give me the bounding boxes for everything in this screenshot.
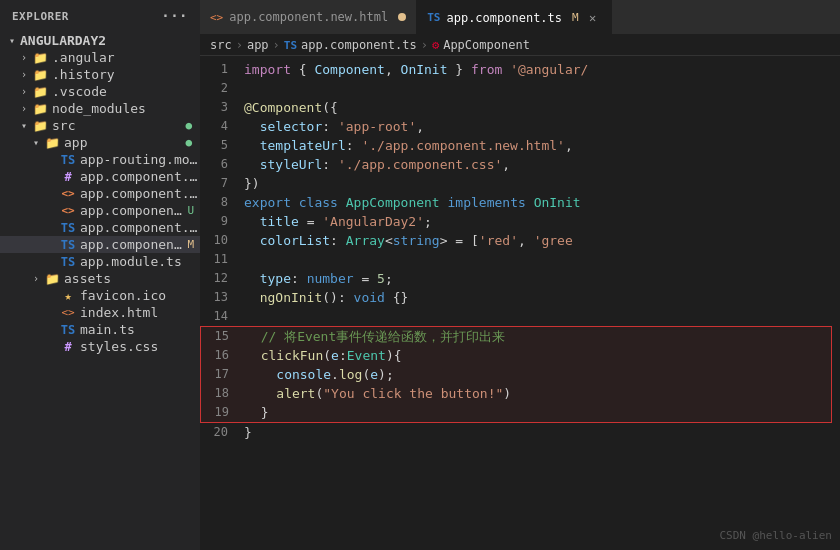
breadcrumb-sep1: › [236, 38, 243, 52]
html-icon: <> [60, 187, 76, 200]
code-content-19: } [241, 403, 831, 422]
code-line-18: 18 alert("You click the button!") [201, 384, 831, 403]
sidebar-item-app-new-html[interactable]: <> app.component.new.html U [0, 202, 200, 219]
root-folder-item[interactable]: ▾ ANGULARDAY2 [0, 32, 200, 49]
app-new-html-label: app.component.new.html [80, 203, 187, 218]
root-arrow: ▾ [4, 35, 20, 46]
tab-close-button[interactable]: ✕ [585, 10, 601, 26]
line-num-9: 9 [200, 212, 240, 231]
code-line-3: 3 @Component({ [200, 98, 840, 117]
line-num-2: 2 [200, 79, 240, 98]
line-num-20: 20 [200, 423, 240, 442]
ts-icon: TS [60, 238, 76, 252]
sidebar-item-node-modules[interactable]: › 📁 node_modules [0, 100, 200, 117]
code-content-9: title = 'AngularDay2'; [240, 212, 840, 231]
code-content-14 [240, 307, 840, 326]
star-icon: ★ [60, 289, 76, 303]
line-num-15: 15 [201, 327, 241, 346]
line-num-6: 6 [200, 155, 240, 174]
sidebar-item-app-css[interactable]: # app.component.css [0, 168, 200, 185]
code-content-16: clickFun(e:Event){ [241, 346, 831, 365]
code-content-11 [240, 250, 840, 269]
app-css-label: app.component.css [80, 169, 200, 184]
sidebar-item-favicon[interactable]: ★ favicon.ico [0, 287, 200, 304]
code-line-13: 13 ngOnInit(): void {} [200, 288, 840, 307]
watermark: CSDN @hello-alien [719, 529, 832, 542]
angular-label: .angular [52, 50, 200, 65]
code-content-3: @Component({ [240, 98, 840, 117]
sidebar-item-angular[interactable]: › 📁 .angular [0, 49, 200, 66]
sidebar-item-app-module[interactable]: TS app.module.ts [0, 253, 200, 270]
sidebar-item-app-routing[interactable]: TS app-routing.module.ts [0, 151, 200, 168]
app-routing-label: app-routing.module.ts [80, 152, 200, 167]
code-editor[interactable]: 1 import { Component, OnInit } from '@an… [200, 56, 840, 550]
more-icon[interactable]: ··· [161, 8, 188, 24]
code-line-5: 5 templateUrl: './app.component.new.html… [200, 136, 840, 155]
sidebar-item-history[interactable]: › 📁 .history [0, 66, 200, 83]
node-modules-label: node_modules [52, 101, 200, 116]
sidebar-item-app-spec[interactable]: TS app.component.spec.ts [0, 219, 200, 236]
code-line-19: 19 } [201, 403, 831, 422]
breadcrumb-app: app [247, 38, 269, 52]
code-line-10: 10 colorList: Array<string> = ['red', 'g… [200, 231, 840, 250]
sidebar-item-index-html[interactable]: <> index.html [0, 304, 200, 321]
sidebar: Explorer ··· ▾ ANGULARDAY2 › 📁 .angular … [0, 0, 200, 550]
app-label: app [64, 135, 185, 150]
code-line-8: 8 export class AppComponent implements O… [200, 193, 840, 212]
code-content-20: } [240, 423, 840, 442]
angular-arrow: › [16, 52, 32, 63]
app-spec-label: app.component.spec.ts [80, 220, 200, 235]
line-num-8: 8 [200, 193, 240, 212]
sidebar-item-assets[interactable]: › 📁 assets [0, 270, 200, 287]
root-folder-label: ANGULARDAY2 [20, 33, 200, 48]
sidebar-item-app[interactable]: ▾ 📁 app ● [0, 134, 200, 151]
app-ts-badge: M [187, 238, 200, 251]
sidebar-item-app-ts[interactable]: TS app.component.ts M [0, 236, 200, 253]
code-line-11: 11 [200, 250, 840, 269]
folder-icon: 📁 [32, 102, 48, 116]
highlighted-region: 15 // 将Event事件传递给函数，并打印出来 16 clickFun(e:… [200, 326, 832, 423]
tabs-bar: <> app.component.new.html TS app.compone… [200, 0, 840, 35]
code-line-6: 6 styleUrl: './app.component.css', [200, 155, 840, 174]
line-num-19: 19 [201, 403, 241, 422]
code-line-1: 1 import { Component, OnInit } from '@an… [200, 60, 840, 79]
app-ts-label: app.component.ts [80, 237, 187, 252]
src-badge: ● [185, 119, 200, 132]
sidebar-item-styles-css[interactable]: # styles.css [0, 338, 200, 355]
code-line-14: 14 [200, 307, 840, 326]
index-html-label: index.html [80, 305, 200, 320]
tab-new-html-dot [398, 13, 406, 21]
code-content-12: type: number = 5; [240, 269, 840, 288]
tab-component-ts[interactable]: TS app.component.ts M ✕ [417, 0, 611, 34]
line-num-3: 3 [200, 98, 240, 117]
line-num-18: 18 [201, 384, 241, 403]
ts-icon: TS [60, 255, 76, 269]
ts-icon: TS [60, 323, 76, 337]
editor-area: <> app.component.new.html TS app.compone… [200, 0, 840, 550]
folder-icon: 📁 [32, 85, 48, 99]
line-num-17: 17 [201, 365, 241, 384]
sidebar-item-src[interactable]: ▾ 📁 src ● [0, 117, 200, 134]
app-badge: ● [185, 136, 200, 149]
src-arrow: ▾ [16, 120, 32, 131]
css-icon: # [60, 340, 76, 354]
breadcrumb-sep2: › [273, 38, 280, 52]
angular-tab-icon: <> [210, 11, 223, 24]
tab-new-html[interactable]: <> app.component.new.html [200, 0, 417, 34]
favicon-label: favicon.ico [80, 288, 200, 303]
code-line-17: 17 console.log(e); [201, 365, 831, 384]
app-arrow: ▾ [28, 137, 44, 148]
tab-m-badge: M [572, 11, 579, 24]
tab-new-html-label: app.component.new.html [229, 10, 388, 24]
code-content-17: console.log(e); [241, 365, 831, 384]
ts-icon: TS [60, 221, 76, 235]
sidebar-item-app-html[interactable]: <> app.component.html [0, 185, 200, 202]
ts-tab-icon: TS [427, 11, 440, 24]
sidebar-item-main-ts[interactable]: TS main.ts [0, 321, 200, 338]
code-content-18: alert("You click the button!") [241, 384, 831, 403]
code-content-15: // 将Event事件传递给函数，并打印出来 [241, 327, 831, 346]
breadcrumb-class-icon: ⚙ [432, 38, 439, 52]
vscode-label: .vscode [52, 84, 200, 99]
sidebar-item-vscode[interactable]: › 📁 .vscode [0, 83, 200, 100]
breadcrumb-ts-icon-inline: TS [284, 39, 297, 52]
